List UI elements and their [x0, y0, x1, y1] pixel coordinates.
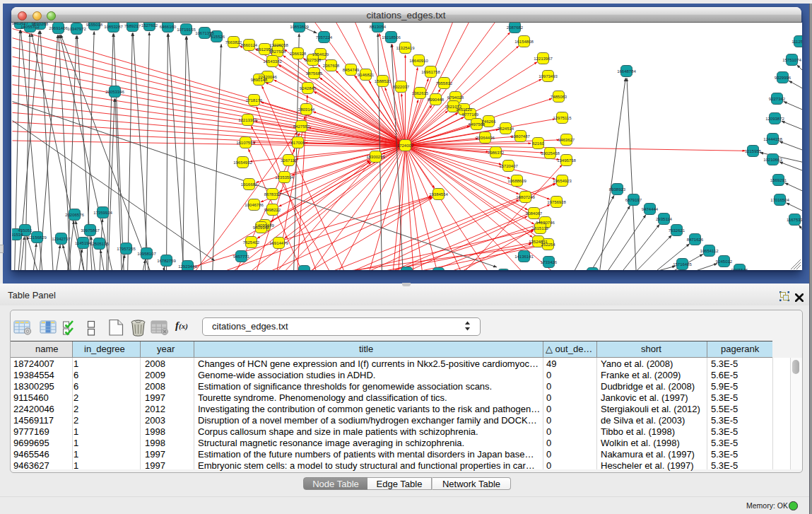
- svg-text:13226058: 13226058: [269, 42, 288, 47]
- svg-text:10719155: 10719155: [177, 27, 196, 31]
- svg-text:8678332: 8678332: [264, 192, 281, 196]
- svg-text:3215955: 3215955: [744, 148, 761, 153]
- svg-text:9498222: 9498222: [264, 207, 281, 211]
- svg-text:10025458: 10025458: [541, 151, 560, 155]
- svg-text:9245012: 9245012: [715, 259, 732, 263]
- svg-text:12353594: 12353594: [275, 175, 294, 179]
- svg-text:1724007: 1724007: [396, 143, 413, 147]
- svg-text:16782759: 16782759: [157, 258, 176, 262]
- svg-text:3451120: 3451120: [456, 107, 473, 111]
- svg-text:8454749: 8454749: [342, 67, 359, 71]
- svg-text:9474444: 9474444: [641, 206, 658, 211]
- svg-text:14120746: 14120746: [536, 220, 555, 224]
- svg-text:15720407: 15720407: [499, 163, 518, 168]
- svg-text:6466160: 6466160: [159, 24, 176, 28]
- svg-text:12093872: 12093872: [765, 116, 784, 120]
- svg-text:9890148: 9890148: [250, 77, 267, 81]
- svg-text:15716485: 15716485: [673, 262, 692, 266]
- svg-text:10210663: 10210663: [763, 157, 782, 161]
- svg-text:8427552: 8427552: [293, 124, 310, 128]
- svg-text:3267110: 3267110: [281, 158, 298, 162]
- svg-text:391534: 391534: [12, 232, 23, 236]
- svg-text:13495758: 13495758: [557, 158, 576, 162]
- svg-text:17016504: 17016504: [770, 197, 789, 201]
- svg-text:1527602: 1527602: [141, 23, 158, 27]
- svg-text:7632621: 7632621: [668, 228, 685, 232]
- svg-text:16648784: 16648784: [617, 69, 636, 73]
- svg-text:8938923: 8938923: [608, 187, 625, 191]
- svg-text:10958107: 10958107: [137, 251, 156, 255]
- svg-text:20691406: 20691406: [49, 25, 68, 30]
- svg-text:9115463: 9115463: [296, 269, 313, 270]
- svg-text:2367608: 2367608: [322, 63, 339, 67]
- svg-text:7663822: 7663822: [225, 40, 242, 44]
- svg-text:17359924: 17359924: [93, 210, 112, 214]
- svg-text:20364436: 20364436: [476, 135, 495, 139]
- svg-text:10973493: 10973493: [539, 74, 558, 78]
- svg-text:1916682: 1916682: [240, 182, 257, 186]
- svg-text:7955812: 7955812: [435, 81, 452, 85]
- svg-text:10853809: 10853809: [290, 24, 309, 28]
- svg-text:817006: 817006: [290, 140, 305, 144]
- svg-text:12213369: 12213369: [238, 117, 257, 122]
- svg-text:10853287: 10853287: [104, 24, 123, 28]
- svg-text:19654923: 19654923: [553, 178, 572, 182]
- svg-text:17957255: 17957255: [117, 246, 136, 250]
- svg-text:2718176: 2718176: [245, 98, 262, 102]
- svg-text:9329996: 9329996: [774, 75, 791, 79]
- svg-text:19756928: 19756928: [547, 199, 566, 204]
- svg-text:10347972: 10347972: [67, 26, 86, 30]
- svg-text:9465546: 9465546: [731, 267, 748, 270]
- svg-text:11325419: 11325419: [396, 45, 415, 49]
- svg-text:8322037: 8322037: [392, 84, 409, 88]
- svg-text:16961758: 16961758: [421, 69, 440, 74]
- svg-text:9242845: 9242845: [299, 86, 316, 90]
- svg-text:12505135: 12505135: [90, 241, 109, 245]
- svg-text:7485063: 7485063: [550, 94, 567, 98]
- svg-text:16914479: 16914479: [269, 240, 288, 245]
- svg-text:19384554: 19384554: [429, 192, 448, 196]
- svg-text:12213967: 12213967: [534, 56, 553, 60]
- svg-text:9327508: 9327508: [304, 57, 321, 62]
- svg-text:10807487: 10807487: [511, 134, 530, 138]
- svg-text:19654932: 19654932: [233, 160, 252, 164]
- svg-text:7357224: 7357224: [315, 35, 332, 39]
- svg-text:12923446: 12923446: [178, 264, 197, 268]
- svg-text:1145194: 1145194: [75, 240, 92, 245]
- svg-text:9409948: 9409948: [252, 225, 269, 229]
- svg-text:16543382: 16543382: [263, 59, 282, 63]
- svg-text:7986372: 7986372: [487, 150, 504, 154]
- svg-text:18300295: 18300295: [366, 154, 385, 158]
- svg-text:9463627: 9463627: [558, 137, 575, 141]
- svg-text:18640910: 18640910: [409, 58, 428, 62]
- svg-text:1588520: 1588520: [374, 78, 391, 83]
- svg-text:7515526: 7515526: [208, 34, 225, 38]
- svg-text:15751074: 15751074: [782, 57, 801, 62]
- svg-text:2087682: 2087682: [506, 25, 523, 29]
- svg-text:3875685: 3875685: [305, 71, 322, 75]
- svg-text:2935114: 2935114: [656, 216, 673, 221]
- svg-text:1112545: 1112545: [792, 39, 802, 43]
- svg-text:1733426: 1733426: [540, 259, 557, 264]
- svg-text:1167533: 1167533: [787, 217, 802, 221]
- svg-text:20053346: 20053346: [105, 89, 124, 93]
- svg-text:30975867: 30975867: [81, 228, 100, 232]
- svg-text:12975115: 12975115: [553, 115, 572, 119]
- svg-text:8990448: 8990448: [427, 97, 444, 101]
- svg-text:14136141: 14136141: [514, 254, 534, 258]
- svg-text:9084067: 9084067: [525, 211, 542, 215]
- svg-text:18807249: 18807249: [516, 194, 535, 199]
- svg-text:20206576: 20206576: [65, 212, 84, 216]
- svg-text:1362615: 1362615: [411, 90, 428, 95]
- svg-text:6794028: 6794028: [447, 95, 464, 99]
- svg-text:8471626: 8471626: [686, 237, 703, 241]
- svg-text:9827508: 9827508: [269, 49, 286, 53]
- svg-text:1569291: 1569291: [770, 177, 787, 182]
- svg-text:9146821: 9146821: [357, 72, 374, 76]
- svg-text:7689217: 7689217: [124, 23, 141, 28]
- svg-text:9777169: 9777169: [461, 112, 478, 116]
- svg-text:9155018: 9155018: [86, 23, 102, 27]
- svg-text:6497568: 6497568: [468, 122, 485, 126]
- svg-text:3624514: 3624514: [497, 126, 514, 130]
- svg-text:2803144: 2803144: [298, 107, 314, 111]
